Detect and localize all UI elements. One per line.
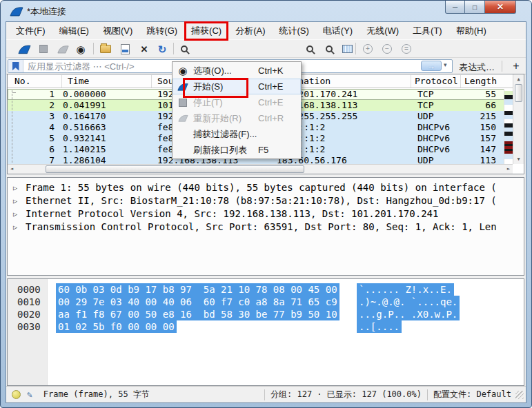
apply-arrow-icon: → bbox=[427, 61, 435, 71]
capture-options-button[interactable]: ◉ bbox=[72, 42, 89, 56]
scroll-right-icon[interactable]: ► bbox=[507, 166, 510, 172]
restart-fin-icon bbox=[57, 45, 69, 54]
column-length[interactable]: Length bbox=[464, 76, 497, 86]
magnify-minus-button[interactable]: − bbox=[379, 42, 395, 56]
menu-statistics[interactable]: 统计(S) bbox=[272, 23, 315, 39]
menu-edit[interactable]: 编辑(E) bbox=[52, 23, 96, 39]
stop-capture-button[interactable] bbox=[35, 42, 52, 56]
expander-icon[interactable]: ▷ bbox=[13, 181, 17, 194]
main-toolbar: ◉ ✕ ↻ + − = bbox=[6, 39, 526, 58]
menu-file[interactable]: 文件(F) bbox=[9, 23, 52, 39]
filter-separator bbox=[502, 61, 502, 72]
status-field-info: Frame (frame), 55 字节 bbox=[43, 389, 150, 400]
wireshark-fin-icon bbox=[10, 6, 23, 17]
menu-telephony[interactable]: 电话(Y) bbox=[316, 23, 359, 39]
expander-icon[interactable]: ▷ bbox=[13, 221, 17, 234]
circled-plus-icon: + bbox=[363, 44, 373, 54]
reload-button[interactable]: ↻ bbox=[154, 42, 170, 56]
resize-columns-button[interactable] bbox=[339, 42, 355, 56]
resize-grip[interactable] bbox=[515, 391, 524, 399]
status-profile[interactable]: 配置文件: Default bbox=[433, 389, 511, 400]
menu-tools[interactable]: 工具(T) bbox=[406, 23, 449, 39]
hscrollbar-thumb[interactable] bbox=[46, 165, 304, 173]
column-protocol[interactable]: Protocol bbox=[415, 76, 458, 86]
status-bar: ✎ Frame (frame), 55 字节 分组: 127 · 已显示: 12… bbox=[6, 386, 526, 402]
toolbar-separator bbox=[93, 43, 94, 54]
column-time[interactable]: Time bbox=[68, 76, 89, 86]
resize-columns-icon bbox=[342, 45, 353, 53]
packet-bytes-pane: 000060 0b 03 0d b9 17 b8 97 5a 21 10 78 … bbox=[7, 278, 524, 386]
menu-item-refresh-interfaces[interactable]: 刷新接口列表 F5 bbox=[173, 142, 301, 158]
zoom-in-icon bbox=[306, 45, 313, 52]
window-title: *本地连接 bbox=[27, 6, 66, 18]
stop-icon bbox=[39, 45, 48, 53]
maximize-button[interactable]: □ bbox=[465, 1, 485, 14]
expander-icon[interactable]: ▷ bbox=[13, 194, 17, 207]
save-icon bbox=[121, 44, 130, 54]
packet-list-vscrollbar[interactable]: ▲ ▼ bbox=[513, 74, 524, 164]
close-button[interactable]: ✕ bbox=[485, 1, 516, 14]
intelligent-scrollbar-minimap[interactable] bbox=[504, 89, 513, 164]
menu-help[interactable]: 帮助(H) bbox=[449, 23, 493, 39]
detail-ip-row[interactable]: ▷Internet Protocol Version 4, Src: 192.1… bbox=[8, 207, 524, 221]
column-no[interactable]: No. bbox=[14, 76, 30, 86]
hex-row[interactable]: 000060 0b 03 0d b9 17 b8 97 5a 21 10 78 … bbox=[8, 283, 524, 296]
expert-info-icon[interactable] bbox=[12, 390, 21, 399]
packet-details-pane: ▷Frame 1: 55 bytes on wire (440 bits), 5… bbox=[7, 177, 524, 276]
scroll-up-icon[interactable]: ▲ bbox=[513, 76, 524, 82]
circled-minus-icon: − bbox=[382, 44, 392, 54]
title-bar: *本地连接 ─ □ ✕ bbox=[1, 1, 531, 21]
menu-go[interactable]: 跳转(G) bbox=[139, 23, 184, 39]
hex-row[interactable]: 001000 29 7e 03 40 00 40 06 60 f7 c0 a8 … bbox=[8, 296, 524, 308]
apply-filter-button[interactable]: → bbox=[421, 61, 442, 71]
expander-icon[interactable]: ▷ bbox=[13, 207, 17, 221]
menu-wireless[interactable]: 无线(W) bbox=[359, 23, 406, 39]
detail-tcp-row[interactable]: ▷Transmission Control Protocol, Src Port… bbox=[8, 221, 524, 234]
add-filter-button[interactable]: + bbox=[509, 59, 524, 74]
start-capture-button[interactable] bbox=[16, 42, 32, 56]
gear-icon: ◉ bbox=[178, 65, 187, 76]
zoom-in-button[interactable] bbox=[302, 42, 318, 56]
reload-icon: ↻ bbox=[158, 44, 167, 54]
start-item-annotation-box bbox=[183, 78, 248, 98]
related-packet-indicator bbox=[12, 90, 16, 163]
scroll-left-icon[interactable]: ◄ bbox=[10, 166, 13, 172]
save-file-button[interactable] bbox=[117, 42, 133, 56]
find-packet-button[interactable] bbox=[176, 42, 193, 56]
detail-ethernet-row[interactable]: ▷Ethernet II, Src: BiostarM_21:10:78 (b8… bbox=[8, 194, 524, 207]
minimize-button[interactable]: ─ bbox=[445, 1, 465, 14]
restart-fin-icon bbox=[178, 114, 188, 122]
expression-button[interactable]: 表达式… bbox=[459, 61, 495, 74]
filter-bookmark-button[interactable] bbox=[8, 60, 23, 72]
status-packet-stats: 分组: 127 · 已显示: 127 (100.0%) bbox=[270, 389, 422, 400]
toolbar-separator bbox=[173, 43, 174, 54]
menu-view[interactable]: 视图(V) bbox=[96, 23, 139, 39]
folder-icon bbox=[100, 45, 111, 53]
close-file-icon: ✕ bbox=[141, 45, 148, 54]
menu-bar: 文件(F) 编辑(E) 视图(V) 跳转(G) 捕获(C) 分析(A) 统计(S… bbox=[6, 22, 526, 39]
packet-list-hscrollbar[interactable]: ◄ ► bbox=[8, 164, 513, 174]
magnifier-icon bbox=[181, 45, 188, 52]
hex-row[interactable]: 0020aa f1 f8 67 00 50 e8 16 bd 58 30 be … bbox=[8, 308, 524, 320]
zoom-out-button[interactable] bbox=[321, 42, 337, 56]
filter-dropdown-caret-icon[interactable]: ▾ bbox=[444, 61, 447, 68]
bookmark-icon bbox=[12, 62, 19, 71]
close-file-button[interactable]: ✕ bbox=[136, 42, 152, 56]
vscrollbar-thumb[interactable] bbox=[515, 84, 522, 102]
menu-analyze[interactable]: 分析(A) bbox=[228, 23, 272, 39]
hex-row[interactable]: 003001 02 5b f0 00 00 00..[.... bbox=[8, 320, 524, 333]
magnify-plus-button[interactable]: + bbox=[359, 42, 376, 56]
magnify-reset-button[interactable]: = bbox=[398, 42, 415, 56]
capture-comment-icon[interactable]: ✎ bbox=[27, 389, 32, 400]
detail-frame-row[interactable]: ▷Frame 1: 55 bytes on wire (440 bits), 5… bbox=[8, 181, 524, 194]
wireshark-window: *本地连接 ─ □ ✕ 文件(F) 编辑(E) 视图(V) 跳转(G) 捕获(C… bbox=[0, 0, 532, 408]
menu-item-options[interactable]: ◉ 选项(O)... Ctrl+K bbox=[173, 63, 301, 79]
menu-item-restart: 重新开始(R) Ctrl+R bbox=[173, 110, 301, 126]
restart-capture-button[interactable] bbox=[55, 42, 71, 56]
scroll-down-icon[interactable]: ▼ bbox=[513, 156, 524, 162]
menu-item-capture-filters[interactable]: 捕获过滤器(F)... bbox=[173, 126, 301, 142]
toolbar-separator bbox=[355, 43, 356, 54]
menu-capture[interactable]: 捕获(C) bbox=[184, 23, 228, 39]
open-file-button[interactable] bbox=[97, 42, 114, 56]
client-area: 文件(F) 编辑(E) 视图(V) 跳转(G) 捕获(C) 分析(A) 统计(S… bbox=[6, 21, 526, 403]
